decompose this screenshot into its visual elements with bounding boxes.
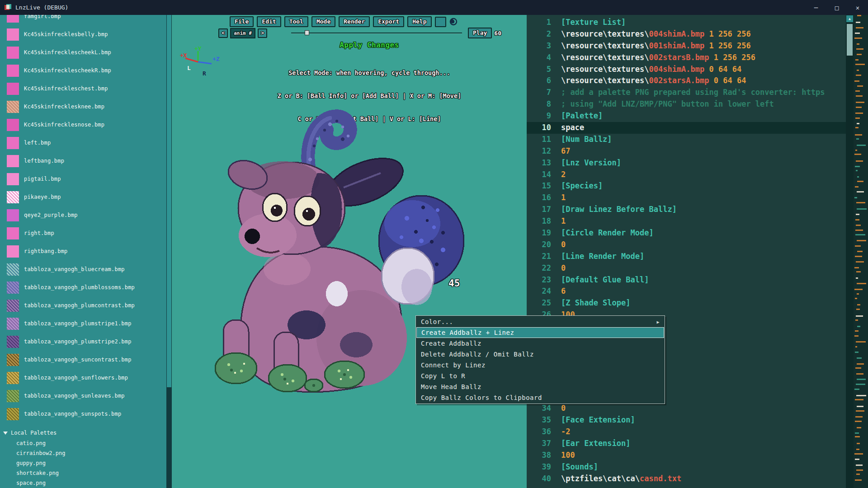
menu-help[interactable]: Help <box>407 16 431 27</box>
close-button[interactable]: ✕ <box>847 0 868 15</box>
editor-scrollbar[interactable]: ▲ <box>846 15 854 488</box>
editor-line[interactable]: 11[Num Ballz] <box>527 134 846 145</box>
context-menu-item[interactable]: Color... <box>416 316 664 327</box>
viewport-canvas[interactable]: File Edit Tool Mode Render Export Help <… <box>172 15 527 488</box>
editor-line[interactable]: 2\resource\textures\004shimA.bmp 1 256 2… <box>527 28 846 40</box>
menu-tool[interactable]: Tool <box>284 16 308 27</box>
texture-list-item[interactable]: Kc45skinfrecklescheekL.bmp <box>0 43 172 61</box>
editor-line[interactable]: 246 <box>527 286 846 297</box>
texture-list-item[interactable]: pigtail.bmp <box>0 170 172 188</box>
texture-list-item[interactable]: Kc45skinfrecklesknee.bmp <box>0 98 172 116</box>
editor-line[interactable]: 6\resource\textures\002starsA.bmp 0 64 6… <box>527 75 846 87</box>
editor-line[interactable]: 181 <box>527 216 846 227</box>
texture-list-item[interactable]: left.bmp <box>0 134 172 152</box>
context-menu-item[interactable]: Move Head Ballz <box>416 381 664 392</box>
context-menu-item[interactable]: Delete Addballz / Omit Ballz <box>416 349 664 360</box>
texture-list-item[interactable]: famgirl.bmp <box>0 15 172 25</box>
menu-edit[interactable]: Edit <box>257 16 281 27</box>
texture-list-item[interactable]: Kc45skinfrecklesbelly.bmp <box>0 25 172 43</box>
editor-line[interactable]: 220 <box>527 263 846 274</box>
editor-line[interactable]: 9[Palette] <box>527 110 846 122</box>
prev-anim-button[interactable]: < <box>218 28 228 38</box>
texture-list-item[interactable]: right.bmp <box>0 224 172 242</box>
line-number: 3 <box>527 40 551 52</box>
line-number: 7 <box>527 87 551 99</box>
editor-line[interactable]: 17[Draw Linez Before Ballz] <box>527 204 846 216</box>
editor-line[interactable]: 340 <box>527 403 846 414</box>
palette-list-item[interactable]: cirrainbow2.png <box>0 448 172 458</box>
texture-list-item[interactable]: rightbang.bmp <box>0 242 172 260</box>
texture-list-item[interactable]: tabbloza_vangogh_sunleaves.bmp <box>0 387 172 405</box>
context-menu-item[interactable]: Copy Ballz Colors to Clipboard <box>416 392 664 403</box>
editor-line[interactable]: 10space <box>527 122 846 134</box>
editor-minimap[interactable] <box>854 15 868 488</box>
editor-scrollbar-thumb[interactable] <box>847 24 853 56</box>
texture-list-item[interactable]: qeye2_purple.bmp <box>0 206 172 224</box>
editor-line[interactable]: 21[Line Render Mode] <box>527 251 846 263</box>
texture-list-item[interactable]: tabbloza_vangogh_sunflowers.bmp <box>0 369 172 387</box>
pet-head <box>225 156 345 257</box>
sidebar-scrollbar-thumb[interactable] <box>167 15 171 387</box>
play-button[interactable]: Play <box>468 28 492 38</box>
swirl-icon[interactable] <box>449 18 458 26</box>
maximize-button[interactable]: □ <box>826 0 847 15</box>
texture-list-item[interactable]: tabbloza_vangogh_bluecream.bmp <box>0 260 172 278</box>
texture-list-item[interactable]: leftbang.bmp <box>0 152 172 170</box>
menu-render[interactable]: Render <box>339 16 370 27</box>
editor-line[interactable]: 200 <box>527 239 846 251</box>
editor-line[interactable]: 19[Circle Render Mode] <box>527 227 846 239</box>
texture-list-item[interactable]: Kc45skinfrecklescheekR.bmp <box>0 61 172 80</box>
lnz-editor[interactable]: 1[Texture List]2\resource\textures\004sh… <box>527 15 846 488</box>
editor-line[interactable]: 142 <box>527 169 846 181</box>
sidebar-scrollbar[interactable] <box>166 15 172 488</box>
editor-line[interactable]: 1[Texture List] <box>527 17 846 28</box>
editor-line[interactable]: 5\resource\textures\004shimA.bmp 0 64 64 <box>527 64 846 75</box>
texture-list-item[interactable]: tabbloza_vangogh_sunspots.bmp <box>0 405 172 423</box>
texture-list-item[interactable]: tabbloza_vangogh_plumcontrast.bmp <box>0 296 172 314</box>
menu-mode[interactable]: Mode <box>311 16 335 27</box>
context-menu-item[interactable]: Connect by Linez <box>416 360 664 371</box>
editor-line[interactable]: 3\resource\textures\001shimA.bmp 1 256 2… <box>527 40 846 52</box>
apply-changes-button[interactable]: Apply Changes <box>340 41 399 49</box>
editor-line[interactable]: 37[Ear Extension] <box>527 438 846 450</box>
texture-list-item[interactable]: tabbloza_vangogh_plumblossoms.bmp <box>0 278 172 296</box>
palette-list-item[interactable]: space.png <box>0 478 172 488</box>
editor-line[interactable]: 23[Default Glue Ball] <box>527 274 846 286</box>
context-menu-item[interactable]: Create Addballz <box>416 338 664 349</box>
editor-line[interactable]: 161 <box>527 192 846 204</box>
texture-list-item[interactable]: pikaeye.bmp <box>0 188 172 206</box>
minimize-button[interactable]: ─ <box>806 0 826 15</box>
editor-line[interactable]: 35[Face Extension] <box>527 414 846 426</box>
texture-list-item[interactable]: tabbloza_vangogh_plumstripe1.bmp <box>0 314 172 333</box>
editor-line[interactable]: 39[Sounds] <box>527 461 846 473</box>
context-menu-item[interactable]: Create Addballz + Linez <box>416 327 664 338</box>
scroll-up-arrow-icon[interactable]: ▲ <box>846 15 854 23</box>
palette-list-item[interactable]: shortcake.png <box>0 468 172 478</box>
editor-line[interactable]: 38100 <box>527 450 846 461</box>
editor-line[interactable]: 1267 <box>527 145 846 157</box>
menu-file[interactable]: File <box>230 16 254 27</box>
editor-line[interactable]: 40\ptzfiles\cat\ca\casnd.txt <box>527 473 846 485</box>
menu-export[interactable]: Export <box>373 16 404 27</box>
frame-slider[interactable] <box>291 30 462 36</box>
editor-line[interactable]: 13[Lnz Version] <box>527 157 846 169</box>
texture-list-item[interactable]: tabbloza_vangogh_plumstripe2.bmp <box>0 333 172 351</box>
editor-line[interactable]: 15[Species] <box>527 180 846 192</box>
texture-list-item[interactable]: tabbloza_vangogh_suncontrast.bmp <box>0 351 172 369</box>
blank-button[interactable] <box>435 17 446 27</box>
editor-line[interactable]: 36-2 <box>527 426 846 438</box>
texture-list-item[interactable]: Kc45skinfreckleschest.bmp <box>0 80 172 98</box>
editor-line[interactable]: 8; using "Add LNZ/BMP/PNG" button in low… <box>527 99 846 110</box>
editor-line[interactable]: 4\resource\textures\002starsB.bmp 1 256 … <box>527 52 846 64</box>
palette-list-item[interactable]: guppy.png <box>0 458 172 468</box>
anim-number-field[interactable]: anim # <box>230 28 255 38</box>
texture-list-item[interactable]: Kc45skinfrecklesnose.bmp <box>0 116 172 134</box>
frame-slider-thumb[interactable] <box>305 30 309 35</box>
editor-line[interactable]: 7; add a palette PNG prepared using Rad'… <box>527 87 846 99</box>
next-anim-button[interactable]: > <box>258 28 267 38</box>
frame-slider-track[interactable] <box>291 33 462 34</box>
local-palettes-header[interactable]: Local Palettes <box>0 427 172 438</box>
palette-list-item[interactable]: catio.png <box>0 438 172 448</box>
context-menu-item[interactable]: Copy L to R <box>416 371 664 381</box>
editor-line[interactable]: 25[Z Shade Slope] <box>527 297 846 309</box>
